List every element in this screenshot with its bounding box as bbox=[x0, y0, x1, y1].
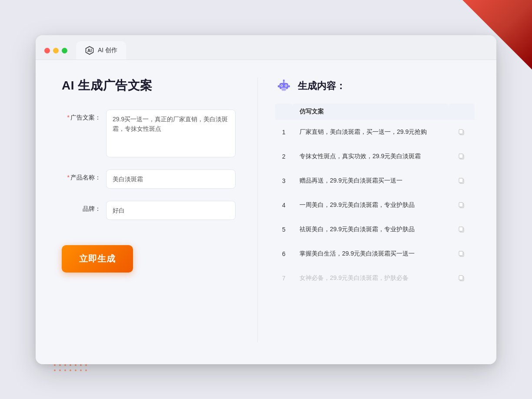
row-number: 2 bbox=[275, 144, 293, 169]
traffic-light-red[interactable] bbox=[44, 48, 50, 53]
form-group-brand: 品牌： bbox=[62, 201, 236, 220]
row-text: 掌握美白生活，29.9元美白淡斑霜买一送一 bbox=[293, 242, 449, 266]
svg-point-6 bbox=[281, 85, 282, 86]
svg-point-7 bbox=[286, 85, 286, 86]
table-row: 2 专抹女性斑点，真实功效，29.9元美白淡斑霜 bbox=[275, 144, 475, 169]
product-name-label: *产品名称： bbox=[62, 170, 101, 182]
table-row: 3 赠品再送，29.9元美白淡斑霜买一送一 bbox=[275, 169, 475, 193]
svg-rect-25 bbox=[459, 251, 463, 256]
row-text: 祛斑美白，29.9元美白淡斑霜，专业护肤品 bbox=[293, 217, 449, 242]
copy-button[interactable] bbox=[456, 150, 468, 163]
page-title: AI 生成广告文案 bbox=[62, 77, 236, 94]
robot-icon bbox=[275, 77, 293, 95]
table-row: 4 一周美白，29.9元美白淡斑霜，专业护肤品 bbox=[275, 193, 475, 217]
svg-rect-19 bbox=[459, 178, 463, 183]
copy-button[interactable] bbox=[456, 272, 468, 284]
left-panel: AI 生成广告文案 *广告文案： *产品名称： 品牌： 立 bbox=[62, 77, 253, 342]
svg-rect-13 bbox=[282, 89, 286, 91]
row-number: 3 bbox=[275, 169, 293, 193]
copy-cell bbox=[449, 193, 475, 217]
copy-cell bbox=[449, 144, 475, 169]
row-text: 一周美白，29.9元美白淡斑霜，专业护肤品 bbox=[293, 193, 449, 217]
table-row: 7 女神必备，29.9元美白淡斑霜，护肤必备 bbox=[275, 266, 475, 290]
svg-rect-27 bbox=[459, 276, 463, 280]
row-number: 5 bbox=[275, 217, 293, 242]
row-text: 厂家直销，美白淡斑霜，买一送一，29.9元抢购 bbox=[293, 120, 449, 144]
svg-text:AI: AI bbox=[87, 48, 92, 53]
ad-copy-label: *广告文案： bbox=[62, 110, 101, 122]
copy-cell bbox=[449, 266, 475, 290]
traffic-light-yellow[interactable] bbox=[53, 48, 59, 53]
browser-body: AI 生成广告文案 *广告文案： *产品名称： 品牌： 立 bbox=[36, 60, 496, 364]
tab-label: AI 创作 bbox=[98, 47, 117, 54]
svg-rect-17 bbox=[459, 154, 463, 158]
copy-button[interactable] bbox=[456, 126, 468, 138]
row-number: 4 bbox=[275, 193, 293, 217]
generate-button[interactable]: 立即生成 bbox=[62, 245, 133, 273]
result-title: 生成内容： bbox=[298, 80, 346, 93]
row-text: 赠品再送，29.9元美白淡斑霜买一送一 bbox=[293, 169, 449, 193]
svg-rect-23 bbox=[459, 227, 463, 231]
copy-button[interactable] bbox=[456, 199, 468, 211]
ad-copy-required: * bbox=[67, 114, 70, 121]
svg-rect-12 bbox=[288, 85, 290, 87]
row-text: 女神必备，29.9元美白淡斑霜，护肤必备 bbox=[293, 266, 449, 290]
product-name-required: * bbox=[67, 174, 70, 181]
table-row: 5 祛斑美白，29.9元美白淡斑霜，专业护肤品 bbox=[275, 217, 475, 242]
svg-point-10 bbox=[283, 80, 285, 81]
svg-rect-21 bbox=[459, 203, 463, 207]
row-number: 1 bbox=[275, 120, 293, 144]
copy-button[interactable] bbox=[456, 223, 468, 236]
col-header-num bbox=[275, 103, 293, 120]
table-row: 6 掌握美白生活，29.9元美白淡斑霜买一送一 bbox=[275, 242, 475, 266]
table-row: 1 厂家直销，美白淡斑霜，买一送一，29.9元抢购 bbox=[275, 120, 475, 144]
col-header-action bbox=[449, 103, 475, 120]
browser-window: AI AI 创作 AI 生成广告文案 *广告文案： *产品名称： bbox=[36, 35, 496, 364]
panel-divider bbox=[257, 77, 258, 342]
traffic-lights bbox=[44, 48, 67, 53]
copy-cell bbox=[449, 120, 475, 144]
row-text: 专抹女性斑点，真实功效，29.9元美白淡斑霜 bbox=[293, 144, 449, 169]
right-panel: 生成内容： 仿写文案 1 厂家直销，美白淡斑霜，买一送一，29.9元抢购 bbox=[262, 77, 475, 342]
brand-label: 品牌： bbox=[62, 201, 101, 213]
row-number: 7 bbox=[275, 266, 293, 290]
tab-ai-icon: AI bbox=[85, 46, 94, 55]
ad-copy-textarea[interactable] bbox=[106, 110, 236, 157]
product-name-input[interactable] bbox=[106, 170, 236, 189]
svg-rect-15 bbox=[459, 130, 463, 134]
form-group-product-name: *产品名称： bbox=[62, 170, 236, 189]
result-table: 仿写文案 1 厂家直销，美白淡斑霜，买一送一，29.9元抢购 2 专抹女性斑点，… bbox=[275, 103, 475, 290]
result-header: 生成内容： bbox=[275, 77, 475, 95]
traffic-light-green[interactable] bbox=[62, 48, 67, 53]
browser-chrome: AI AI 创作 bbox=[36, 35, 496, 60]
form-group-ad-copy: *广告文案： bbox=[62, 110, 236, 157]
svg-rect-11 bbox=[278, 85, 279, 87]
svg-rect-8 bbox=[281, 88, 286, 89]
col-header-text: 仿写文案 bbox=[293, 103, 449, 120]
copy-cell bbox=[449, 217, 475, 242]
copy-cell bbox=[449, 242, 475, 266]
row-number: 6 bbox=[275, 242, 293, 266]
brand-input[interactable] bbox=[106, 201, 236, 220]
copy-cell bbox=[449, 169, 475, 193]
copy-button[interactable] bbox=[456, 248, 468, 260]
copy-button[interactable] bbox=[456, 175, 468, 187]
browser-tab[interactable]: AI AI 创作 bbox=[76, 41, 126, 60]
